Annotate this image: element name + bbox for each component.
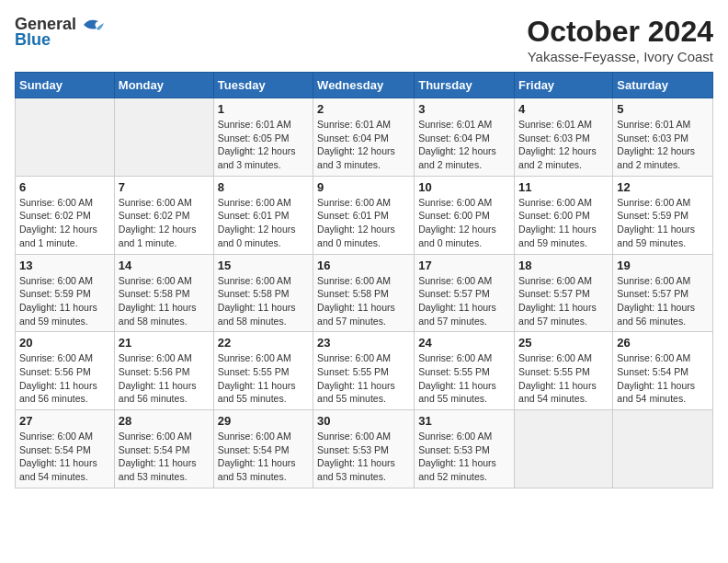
day-number: 30 bbox=[317, 414, 410, 428]
day-info: Sunrise: 6:00 AM Sunset: 5:58 PM Dayligh… bbox=[218, 274, 309, 328]
days-of-week-row: SundayMondayTuesdayWednesdayThursdayFrid… bbox=[16, 73, 713, 98]
calendar-body: 1Sunrise: 6:01 AM Sunset: 6:05 PM Daylig… bbox=[16, 98, 713, 488]
day-cell bbox=[114, 98, 213, 177]
day-info: Sunrise: 6:00 AM Sunset: 5:53 PM Dayligh… bbox=[317, 430, 410, 484]
day-info: Sunrise: 6:00 AM Sunset: 5:57 PM Dayligh… bbox=[617, 274, 709, 328]
day-number: 13 bbox=[19, 259, 110, 272]
day-info: Sunrise: 6:00 AM Sunset: 6:02 PM Dayligh… bbox=[19, 196, 110, 250]
day-info: Sunrise: 6:01 AM Sunset: 6:04 PM Dayligh… bbox=[418, 118, 510, 172]
day-number: 19 bbox=[617, 259, 709, 272]
day-number: 24 bbox=[418, 336, 510, 350]
day-of-week-friday: Friday bbox=[515, 73, 613, 98]
day-info: Sunrise: 6:00 AM Sunset: 5:58 PM Dayligh… bbox=[119, 274, 210, 328]
calendar-table: SundayMondayTuesdayWednesdayThursdayFrid… bbox=[15, 72, 713, 488]
day-number: 22 bbox=[218, 336, 309, 350]
logo-blue-text: Blue bbox=[15, 30, 51, 50]
week-row-5: 27Sunrise: 6:00 AM Sunset: 5:54 PM Dayli… bbox=[16, 410, 713, 488]
day-number: 26 bbox=[617, 336, 709, 350]
page-header: General Blue October 2024 Yakasse-Feyass… bbox=[15, 15, 713, 64]
day-cell bbox=[16, 98, 115, 177]
day-number: 29 bbox=[218, 414, 309, 428]
day-number: 18 bbox=[518, 259, 609, 272]
day-info: Sunrise: 6:00 AM Sunset: 5:55 PM Dayligh… bbox=[218, 351, 309, 406]
day-cell: 12Sunrise: 6:00 AM Sunset: 5:59 PM Dayli… bbox=[613, 176, 713, 254]
day-number: 31 bbox=[418, 414, 510, 428]
day-cell: 19Sunrise: 6:00 AM Sunset: 5:57 PM Dayli… bbox=[613, 254, 713, 332]
day-cell: 1Sunrise: 6:01 AM Sunset: 6:05 PM Daylig… bbox=[213, 98, 313, 177]
day-cell: 31Sunrise: 6:00 AM Sunset: 5:53 PM Dayli… bbox=[415, 410, 515, 488]
day-info: Sunrise: 6:00 AM Sunset: 5:55 PM Dayligh… bbox=[418, 351, 510, 406]
day-cell: 18Sunrise: 6:00 AM Sunset: 5:57 PM Dayli… bbox=[515, 254, 613, 332]
day-cell: 28Sunrise: 6:00 AM Sunset: 5:54 PM Dayli… bbox=[114, 410, 213, 488]
day-cell: 15Sunrise: 6:00 AM Sunset: 5:58 PM Dayli… bbox=[213, 254, 313, 332]
title-block: October 2024 Yakasse-Feyasse, Ivory Coas… bbox=[527, 15, 713, 64]
day-cell: 24Sunrise: 6:00 AM Sunset: 5:55 PM Dayli… bbox=[415, 332, 515, 410]
logo: General Blue bbox=[15, 15, 106, 50]
day-cell: 4Sunrise: 6:01 AM Sunset: 6:03 PM Daylig… bbox=[515, 98, 613, 177]
day-number: 9 bbox=[317, 180, 410, 194]
day-info: Sunrise: 6:01 AM Sunset: 6:05 PM Dayligh… bbox=[218, 118, 309, 172]
day-cell: 14Sunrise: 6:00 AM Sunset: 5:58 PM Dayli… bbox=[114, 254, 213, 332]
day-info: Sunrise: 6:00 AM Sunset: 5:55 PM Dayligh… bbox=[518, 351, 609, 406]
day-info: Sunrise: 6:00 AM Sunset: 5:59 PM Dayligh… bbox=[19, 274, 110, 328]
day-number: 14 bbox=[119, 259, 210, 272]
day-cell: 21Sunrise: 6:00 AM Sunset: 5:56 PM Dayli… bbox=[114, 332, 213, 410]
day-cell: 17Sunrise: 6:00 AM Sunset: 5:57 PM Dayli… bbox=[415, 254, 515, 332]
day-cell: 5Sunrise: 6:01 AM Sunset: 6:03 PM Daylig… bbox=[613, 98, 713, 177]
day-info: Sunrise: 6:00 AM Sunset: 6:01 PM Dayligh… bbox=[317, 196, 410, 250]
day-cell bbox=[515, 410, 613, 488]
day-of-week-tuesday: Tuesday bbox=[213, 73, 313, 98]
day-number: 21 bbox=[119, 336, 210, 350]
day-cell: 23Sunrise: 6:00 AM Sunset: 5:55 PM Dayli… bbox=[313, 332, 415, 410]
day-cell: 27Sunrise: 6:00 AM Sunset: 5:54 PM Dayli… bbox=[16, 410, 115, 488]
day-cell: 20Sunrise: 6:00 AM Sunset: 5:56 PM Dayli… bbox=[16, 332, 115, 410]
day-number: 5 bbox=[617, 102, 709, 116]
day-number: 20 bbox=[19, 336, 110, 350]
day-info: Sunrise: 6:00 AM Sunset: 5:54 PM Dayligh… bbox=[218, 430, 309, 484]
day-of-week-thursday: Thursday bbox=[415, 73, 515, 98]
day-info: Sunrise: 6:00 AM Sunset: 5:54 PM Dayligh… bbox=[19, 430, 110, 484]
day-number: 25 bbox=[518, 336, 609, 350]
day-cell: 11Sunrise: 6:00 AM Sunset: 6:00 PM Dayli… bbox=[515, 176, 613, 254]
day-info: Sunrise: 6:00 AM Sunset: 5:57 PM Dayligh… bbox=[418, 274, 510, 328]
day-number: 11 bbox=[518, 180, 609, 194]
day-cell: 9Sunrise: 6:00 AM Sunset: 6:01 PM Daylig… bbox=[313, 176, 415, 254]
week-row-4: 20Sunrise: 6:00 AM Sunset: 5:56 PM Dayli… bbox=[16, 332, 713, 410]
day-cell: 7Sunrise: 6:00 AM Sunset: 6:02 PM Daylig… bbox=[114, 176, 213, 254]
day-cell: 29Sunrise: 6:00 AM Sunset: 5:54 PM Dayli… bbox=[213, 410, 313, 488]
day-of-week-saturday: Saturday bbox=[613, 73, 713, 98]
day-number: 7 bbox=[119, 180, 210, 194]
day-of-week-monday: Monday bbox=[114, 73, 213, 98]
day-info: Sunrise: 6:00 AM Sunset: 5:54 PM Dayligh… bbox=[617, 351, 709, 406]
day-cell: 22Sunrise: 6:00 AM Sunset: 5:55 PM Dayli… bbox=[213, 332, 313, 410]
day-cell bbox=[613, 410, 713, 488]
day-cell: 6Sunrise: 6:00 AM Sunset: 6:02 PM Daylig… bbox=[16, 176, 115, 254]
calendar-header: SundayMondayTuesdayWednesdayThursdayFrid… bbox=[16, 73, 713, 98]
day-info: Sunrise: 6:00 AM Sunset: 5:56 PM Dayligh… bbox=[19, 351, 110, 406]
day-cell: 30Sunrise: 6:00 AM Sunset: 5:53 PM Dayli… bbox=[313, 410, 415, 488]
day-number: 1 bbox=[218, 102, 309, 116]
day-info: Sunrise: 6:00 AM Sunset: 5:53 PM Dayligh… bbox=[418, 430, 510, 484]
day-info: Sunrise: 6:00 AM Sunset: 5:56 PM Dayligh… bbox=[119, 351, 210, 406]
day-number: 15 bbox=[218, 259, 309, 272]
day-number: 23 bbox=[317, 336, 410, 350]
week-row-2: 6Sunrise: 6:00 AM Sunset: 6:02 PM Daylig… bbox=[16, 176, 713, 254]
day-number: 2 bbox=[317, 102, 410, 116]
day-info: Sunrise: 6:00 AM Sunset: 5:59 PM Dayligh… bbox=[617, 196, 709, 250]
day-info: Sunrise: 6:01 AM Sunset: 6:03 PM Dayligh… bbox=[518, 118, 609, 172]
day-info: Sunrise: 6:00 AM Sunset: 5:55 PM Dayligh… bbox=[317, 351, 410, 406]
day-info: Sunrise: 6:01 AM Sunset: 6:04 PM Dayligh… bbox=[317, 118, 410, 172]
day-of-week-wednesday: Wednesday bbox=[313, 73, 415, 98]
day-info: Sunrise: 6:00 AM Sunset: 6:01 PM Dayligh… bbox=[218, 196, 309, 250]
day-info: Sunrise: 6:00 AM Sunset: 5:57 PM Dayligh… bbox=[518, 274, 609, 328]
day-cell: 8Sunrise: 6:00 AM Sunset: 6:01 PM Daylig… bbox=[213, 176, 313, 254]
day-cell: 10Sunrise: 6:00 AM Sunset: 6:00 PM Dayli… bbox=[415, 176, 515, 254]
day-number: 12 bbox=[617, 180, 709, 194]
day-info: Sunrise: 6:00 AM Sunset: 5:58 PM Dayligh… bbox=[317, 274, 410, 328]
week-row-3: 13Sunrise: 6:00 AM Sunset: 5:59 PM Dayli… bbox=[16, 254, 713, 332]
day-info: Sunrise: 6:00 AM Sunset: 5:54 PM Dayligh… bbox=[119, 430, 210, 484]
location: Yakasse-Feyasse, Ivory Coast bbox=[527, 49, 713, 64]
day-number: 17 bbox=[418, 259, 510, 272]
day-cell: 13Sunrise: 6:00 AM Sunset: 5:59 PM Dayli… bbox=[16, 254, 115, 332]
day-cell: 16Sunrise: 6:00 AM Sunset: 5:58 PM Dayli… bbox=[313, 254, 415, 332]
